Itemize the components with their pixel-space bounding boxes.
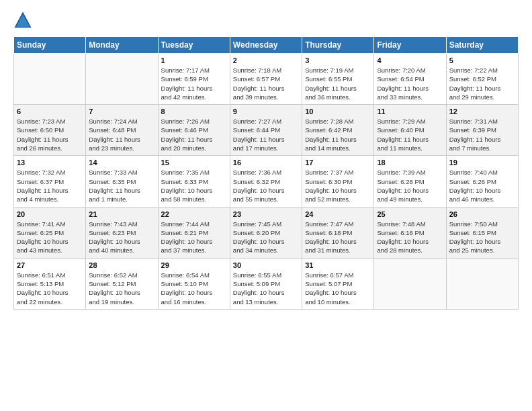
day-number: 15 xyxy=(161,158,227,167)
page: SundayMondayTuesdayWednesdayThursdayFrid… xyxy=(0,0,532,316)
day-number: 17 xyxy=(305,158,371,167)
calendar-cell: 9Sunrise: 7:27 AM Sunset: 6:44 PM Daylig… xyxy=(230,105,302,156)
day-number: 16 xyxy=(233,158,299,167)
logo xyxy=(13,11,35,30)
day-number: 20 xyxy=(17,210,83,218)
day-info: Sunrise: 7:48 AM Sunset: 6:16 PM Dayligh… xyxy=(377,220,443,255)
day-info: Sunrise: 7:23 AM Sunset: 6:50 PM Dayligh… xyxy=(17,117,83,152)
calendar-cell: 5Sunrise: 7:22 AM Sunset: 6:52 PM Daylig… xyxy=(446,54,518,105)
day-info: Sunrise: 6:57 AM Sunset: 5:07 PM Dayligh… xyxy=(305,271,371,306)
day-number: 7 xyxy=(89,107,154,116)
day-number: 14 xyxy=(89,158,154,167)
day-info: Sunrise: 7:22 AM Sunset: 6:52 PM Dayligh… xyxy=(449,66,515,101)
day-info: Sunrise: 7:20 AM Sunset: 6:54 PM Dayligh… xyxy=(377,66,443,101)
weekday-header-sunday: Sunday xyxy=(14,37,86,54)
day-info: Sunrise: 7:43 AM Sunset: 6:23 PM Dayligh… xyxy=(89,220,154,255)
day-number: 12 xyxy=(449,107,515,116)
calendar-cell: 10Sunrise: 7:28 AM Sunset: 6:42 PM Dayli… xyxy=(302,105,374,156)
calendar-cell: 19Sunrise: 7:40 AM Sunset: 6:26 PM Dayli… xyxy=(446,156,518,207)
day-number: 3 xyxy=(305,56,371,64)
day-info: Sunrise: 6:52 AM Sunset: 5:12 PM Dayligh… xyxy=(89,271,154,306)
calendar-cell: 31Sunrise: 6:57 AM Sunset: 5:07 PM Dayli… xyxy=(302,258,374,309)
day-info: Sunrise: 7:29 AM Sunset: 6:40 PM Dayligh… xyxy=(377,117,443,152)
day-number: 30 xyxy=(233,261,299,269)
day-info: Sunrise: 7:44 AM Sunset: 6:21 PM Dayligh… xyxy=(161,220,227,255)
day-info: Sunrise: 7:32 AM Sunset: 6:37 PM Dayligh… xyxy=(17,168,83,203)
day-number: 9 xyxy=(233,107,299,116)
weekday-header-tuesday: Tuesday xyxy=(158,37,230,54)
calendar-week-1: 1Sunrise: 7:17 AM Sunset: 6:59 PM Daylig… xyxy=(14,54,519,105)
day-number: 19 xyxy=(449,158,515,167)
calendar-cell: 28Sunrise: 6:52 AM Sunset: 5:12 PM Dayli… xyxy=(86,258,158,309)
calendar-cell: 17Sunrise: 7:37 AM Sunset: 6:30 PM Dayli… xyxy=(302,156,374,207)
calendar-cell xyxy=(14,54,86,105)
calendar-cell: 7Sunrise: 7:24 AM Sunset: 6:48 PM Daylig… xyxy=(86,105,158,156)
calendar-cell: 13Sunrise: 7:32 AM Sunset: 6:37 PM Dayli… xyxy=(14,156,86,207)
day-number: 2 xyxy=(233,56,299,64)
day-number: 6 xyxy=(17,107,83,116)
day-info: Sunrise: 7:31 AM Sunset: 6:39 PM Dayligh… xyxy=(449,117,515,152)
day-info: Sunrise: 7:28 AM Sunset: 6:42 PM Dayligh… xyxy=(305,117,371,152)
calendar-cell: 14Sunrise: 7:33 AM Sunset: 6:35 PM Dayli… xyxy=(86,156,158,207)
day-number: 8 xyxy=(161,107,227,116)
weekday-header-monday: Monday xyxy=(86,37,158,54)
day-number: 21 xyxy=(89,210,154,218)
calendar-cell: 24Sunrise: 7:47 AM Sunset: 6:18 PM Dayli… xyxy=(302,207,374,258)
calendar-week-3: 13Sunrise: 7:32 AM Sunset: 6:37 PM Dayli… xyxy=(14,156,519,207)
calendar-cell: 11Sunrise: 7:29 AM Sunset: 6:40 PM Dayli… xyxy=(374,105,446,156)
day-info: Sunrise: 7:26 AM Sunset: 6:46 PM Dayligh… xyxy=(161,117,227,152)
day-info: Sunrise: 7:24 AM Sunset: 6:48 PM Dayligh… xyxy=(89,117,154,152)
day-number: 27 xyxy=(17,261,83,269)
day-info: Sunrise: 6:54 AM Sunset: 5:10 PM Dayligh… xyxy=(161,271,227,306)
calendar-week-4: 20Sunrise: 7:41 AM Sunset: 6:25 PM Dayli… xyxy=(14,207,519,258)
calendar-cell xyxy=(446,258,518,309)
calendar-week-2: 6Sunrise: 7:23 AM Sunset: 6:50 PM Daylig… xyxy=(14,105,519,156)
day-info: Sunrise: 7:33 AM Sunset: 6:35 PM Dayligh… xyxy=(89,168,154,203)
calendar-cell xyxy=(374,258,446,309)
calendar-cell: 22Sunrise: 7:44 AM Sunset: 6:21 PM Dayli… xyxy=(158,207,230,258)
day-info: Sunrise: 7:47 AM Sunset: 6:18 PM Dayligh… xyxy=(305,220,371,255)
calendar-week-5: 27Sunrise: 6:51 AM Sunset: 5:13 PM Dayli… xyxy=(14,258,519,309)
logo-icon xyxy=(13,11,32,30)
calendar-cell: 21Sunrise: 7:43 AM Sunset: 6:23 PM Dayli… xyxy=(86,207,158,258)
weekday-header-saturday: Saturday xyxy=(446,37,518,54)
day-number: 23 xyxy=(233,210,299,218)
day-number: 24 xyxy=(305,210,371,218)
day-number: 18 xyxy=(377,158,443,167)
calendar-cell: 20Sunrise: 7:41 AM Sunset: 6:25 PM Dayli… xyxy=(14,207,86,258)
day-info: Sunrise: 7:36 AM Sunset: 6:32 PM Dayligh… xyxy=(233,168,299,203)
day-info: Sunrise: 7:45 AM Sunset: 6:20 PM Dayligh… xyxy=(233,220,299,255)
calendar-cell: 3Sunrise: 7:19 AM Sunset: 6:55 PM Daylig… xyxy=(302,54,374,105)
day-number: 22 xyxy=(161,210,227,218)
calendar-cell: 16Sunrise: 7:36 AM Sunset: 6:32 PM Dayli… xyxy=(230,156,302,207)
weekday-header-row: SundayMondayTuesdayWednesdayThursdayFrid… xyxy=(14,37,519,54)
weekday-header-wednesday: Wednesday xyxy=(230,37,302,54)
day-number: 1 xyxy=(161,56,227,64)
day-info: Sunrise: 6:51 AM Sunset: 5:13 PM Dayligh… xyxy=(17,271,83,306)
calendar-cell: 8Sunrise: 7:26 AM Sunset: 6:46 PM Daylig… xyxy=(158,105,230,156)
calendar-cell: 6Sunrise: 7:23 AM Sunset: 6:50 PM Daylig… xyxy=(14,105,86,156)
calendar-cell: 29Sunrise: 6:54 AM Sunset: 5:10 PM Dayli… xyxy=(158,258,230,309)
weekday-header-thursday: Thursday xyxy=(302,37,374,54)
day-number: 26 xyxy=(449,210,515,218)
calendar-cell: 1Sunrise: 7:17 AM Sunset: 6:59 PM Daylig… xyxy=(158,54,230,105)
day-info: Sunrise: 6:55 AM Sunset: 5:09 PM Dayligh… xyxy=(233,271,299,306)
day-number: 10 xyxy=(305,107,371,116)
day-number: 13 xyxy=(17,158,83,167)
day-number: 5 xyxy=(449,56,515,64)
day-info: Sunrise: 7:35 AM Sunset: 6:33 PM Dayligh… xyxy=(161,168,227,203)
day-info: Sunrise: 7:37 AM Sunset: 6:30 PM Dayligh… xyxy=(305,168,371,203)
day-info: Sunrise: 7:40 AM Sunset: 6:26 PM Dayligh… xyxy=(449,168,515,203)
day-number: 11 xyxy=(377,107,443,116)
weekday-header-friday: Friday xyxy=(374,37,446,54)
day-number: 28 xyxy=(89,261,154,269)
day-number: 25 xyxy=(377,210,443,218)
day-number: 4 xyxy=(377,56,443,64)
calendar-cell: 27Sunrise: 6:51 AM Sunset: 5:13 PM Dayli… xyxy=(14,258,86,309)
day-number: 29 xyxy=(161,261,227,269)
calendar-cell: 12Sunrise: 7:31 AM Sunset: 6:39 PM Dayli… xyxy=(446,105,518,156)
calendar-table: SundayMondayTuesdayWednesdayThursdayFrid… xyxy=(13,36,519,310)
calendar-cell: 25Sunrise: 7:48 AM Sunset: 6:16 PM Dayli… xyxy=(374,207,446,258)
day-info: Sunrise: 7:18 AM Sunset: 6:57 PM Dayligh… xyxy=(233,66,299,101)
day-info: Sunrise: 7:41 AM Sunset: 6:25 PM Dayligh… xyxy=(17,220,83,255)
